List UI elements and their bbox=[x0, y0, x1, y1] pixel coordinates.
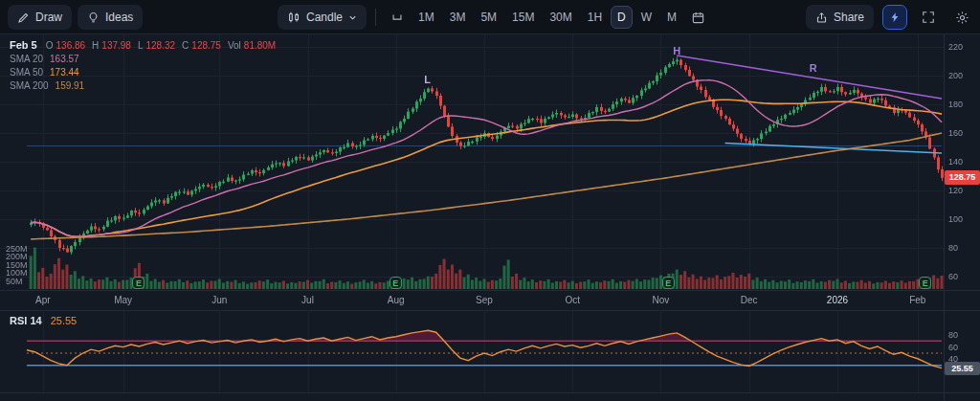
pattern-label-r[interactable]: R bbox=[810, 62, 817, 74]
price-axis-tick: 100 bbox=[948, 214, 963, 224]
interval-m-button[interactable]: M bbox=[660, 6, 683, 29]
share-icon bbox=[815, 11, 828, 24]
calendar-button[interactable] bbox=[685, 5, 710, 30]
last-price-badge: 128.75 bbox=[945, 170, 980, 185]
open-value: 136.86 bbox=[56, 40, 86, 51]
interval-1m-button[interactable]: 1M bbox=[412, 6, 441, 29]
low-value: 128.32 bbox=[146, 40, 176, 51]
sma200-value: 159.91 bbox=[56, 80, 85, 91]
price-axis-tick: 180 bbox=[948, 100, 963, 109]
lightbulb-icon bbox=[87, 11, 100, 24]
close-value: 128.75 bbox=[191, 40, 221, 51]
boost-button[interactable] bbox=[882, 5, 907, 30]
toolbar-center-group: Candle 1M3M5M15M30M1HDWM bbox=[278, 5, 710, 30]
price-axis-tick: 120 bbox=[948, 186, 963, 195]
draw-button[interactable]: Draw bbox=[8, 5, 72, 30]
ideas-label: Ideas bbox=[105, 11, 133, 24]
toolbar-left-group: Draw Ideas bbox=[8, 5, 143, 30]
pattern-label-h[interactable]: H bbox=[673, 45, 680, 56]
toolbar: Draw Ideas Candle 1M3M5M15M30M1HDWM bbox=[0, 0, 980, 34]
chevron-down-icon bbox=[348, 13, 357, 22]
ohlc-row: Feb 5 O136.86 H137.98 L128.32 C128.75 Vo… bbox=[10, 38, 276, 52]
month-label: Jun bbox=[205, 295, 234, 305]
month-label: Jul bbox=[294, 295, 323, 305]
rsi-title: RSI 14 bbox=[10, 315, 42, 326]
year-label: 2026 bbox=[823, 295, 852, 305]
month-label: Dec bbox=[735, 295, 764, 305]
earnings-badge[interactable]: E bbox=[919, 277, 931, 289]
month-label: May bbox=[109, 295, 138, 305]
sma200-label: SMA 200 bbox=[10, 80, 49, 91]
pattern-label-l[interactable]: L bbox=[424, 74, 431, 85]
sma20-label: SMA 20 bbox=[10, 54, 43, 64]
open-label: O bbox=[46, 40, 54, 51]
price-axis-tick: 160 bbox=[948, 128, 963, 138]
chart-type-label: Candle bbox=[306, 11, 343, 24]
month-label: Sep bbox=[470, 295, 499, 305]
low-label: L bbox=[138, 40, 144, 51]
price-axis-tick: 220 bbox=[948, 42, 963, 52]
ohlc-legend: Feb 5 O136.86 H137.98 L128.32 C128.75 Vo… bbox=[10, 38, 276, 92]
interval-5m-button[interactable]: 5M bbox=[474, 6, 503, 29]
month-label: Nov bbox=[646, 295, 675, 305]
close-label: C bbox=[182, 40, 189, 51]
interval-bracket-button[interactable] bbox=[385, 5, 410, 30]
month-label: Aug bbox=[382, 295, 411, 305]
legend-date: Feb 5 bbox=[10, 39, 37, 51]
sma50-value: 173.44 bbox=[50, 67, 79, 78]
sma50-row[interactable]: SMA 50 173.44 bbox=[10, 65, 276, 78]
high-label: H bbox=[92, 40, 99, 51]
interval-15m-button[interactable]: 15M bbox=[505, 6, 541, 29]
earnings-badge[interactable]: E bbox=[662, 277, 675, 289]
fullscreen-button[interactable] bbox=[916, 5, 941, 30]
high-value: 137.98 bbox=[101, 40, 131, 51]
rsi-axis-tick: 60 bbox=[948, 343, 958, 352]
rsi-value-badge: 25.55 bbox=[945, 362, 980, 375]
volume-axis-tick: 50M bbox=[6, 277, 23, 286]
interval-w-button[interactable]: W bbox=[635, 6, 658, 29]
fullscreen-icon bbox=[922, 11, 935, 24]
candlestick-icon bbox=[287, 11, 301, 24]
sma50-label: SMA 50 bbox=[10, 67, 43, 78]
rsi-current-value: 25.55 bbox=[51, 315, 78, 326]
interval-30m-button[interactable]: 30M bbox=[543, 6, 578, 29]
volume-value: 81.80M bbox=[244, 40, 276, 51]
price-axis-tick: 140 bbox=[948, 157, 963, 167]
share-button[interactable]: Share bbox=[806, 5, 874, 30]
sma20-value: 163.57 bbox=[50, 54, 79, 64]
draw-label: Draw bbox=[35, 11, 62, 24]
chart-type-button[interactable]: Candle bbox=[278, 5, 367, 30]
bracket-icon bbox=[390, 11, 404, 24]
ideas-button[interactable]: Ideas bbox=[78, 5, 143, 30]
interval-1h-button[interactable]: 1H bbox=[581, 6, 609, 29]
volume-label: Vol bbox=[228, 40, 241, 51]
toolbar-separator bbox=[375, 9, 376, 26]
sma200-row[interactable]: SMA 200 159.91 bbox=[10, 78, 276, 92]
sma20-row[interactable]: SMA 20 163.57 bbox=[10, 52, 276, 65]
earnings-badge[interactable]: E bbox=[390, 277, 402, 289]
rsi-axis-tick: 80 bbox=[948, 330, 958, 340]
earnings-badge[interactable]: E bbox=[132, 277, 145, 289]
settings-button[interactable] bbox=[949, 5, 974, 30]
interval-d-button[interactable]: D bbox=[611, 6, 633, 29]
interval-group: 1M3M5M15M30M1HDWM bbox=[412, 6, 683, 29]
price-axis-tick: 80 bbox=[948, 243, 958, 253]
price-axis-tick: 200 bbox=[948, 71, 963, 80]
share-label: Share bbox=[834, 11, 864, 24]
gear-icon bbox=[955, 11, 969, 25]
bolt-icon bbox=[889, 11, 901, 23]
month-label: Oct bbox=[558, 295, 587, 305]
price-axis-tick: 60 bbox=[948, 272, 958, 281]
month-label: Feb bbox=[903, 295, 932, 305]
month-label: Apr bbox=[29, 295, 57, 305]
calendar-icon bbox=[691, 11, 705, 25]
toolbar-right-group: Share bbox=[806, 5, 974, 30]
chart-app: Draw Ideas Candle 1M3M5M15M30M1HDWM bbox=[0, 0, 980, 401]
pencil-icon bbox=[17, 11, 30, 24]
rsi-header: RSI 14 25.55 bbox=[10, 315, 77, 326]
interval-3m-button[interactable]: 3M bbox=[443, 6, 473, 29]
